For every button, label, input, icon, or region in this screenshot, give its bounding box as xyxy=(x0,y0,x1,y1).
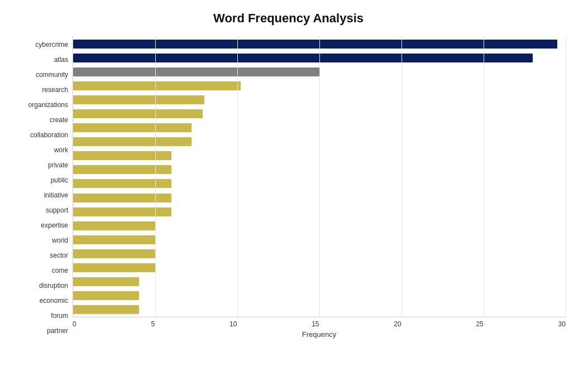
bar-support xyxy=(73,194,171,202)
bar-collaboration xyxy=(73,123,192,132)
y-label: create xyxy=(11,114,68,126)
chart-container: Word Frequency Analysis cybercrimeatlasc… xyxy=(0,0,588,391)
bar-community xyxy=(73,67,319,76)
y-label: community xyxy=(11,69,68,81)
grid-line xyxy=(237,37,238,317)
bar-cybercrime xyxy=(73,40,557,49)
x-axis-label: Frequency xyxy=(73,330,566,339)
y-label: disruption xyxy=(11,279,68,292)
bar-forum xyxy=(73,291,139,300)
y-label: collaboration xyxy=(11,129,68,141)
y-label: initiative xyxy=(11,189,68,201)
bars-area xyxy=(73,37,566,317)
x-axis: 051015202530 xyxy=(73,317,566,328)
y-label: come xyxy=(11,264,68,277)
x-tick: 20 xyxy=(394,320,401,328)
y-label: expertise xyxy=(11,219,68,231)
bar-work xyxy=(73,137,192,146)
x-tick: 25 xyxy=(476,320,483,328)
y-label: organizations xyxy=(11,99,68,111)
bar-organizations xyxy=(73,95,204,104)
y-label: cybercrime xyxy=(11,38,68,51)
x-tick: 15 xyxy=(312,320,319,328)
grid-line xyxy=(484,37,484,317)
bar-research xyxy=(73,81,241,90)
chart-title: Word Frequency Analysis xyxy=(11,11,566,26)
grid-line xyxy=(401,37,402,317)
x-tick: 0 xyxy=(73,320,77,328)
bar-initiative xyxy=(73,179,171,188)
y-axis: cybercrimeatlascommunityresearchorganiza… xyxy=(11,37,73,339)
y-label: sector xyxy=(11,249,68,262)
bar-atlas xyxy=(73,54,533,62)
y-label: research xyxy=(11,84,68,96)
bar-create xyxy=(73,109,203,118)
x-tick: 5 xyxy=(151,320,155,328)
y-label: support xyxy=(11,204,68,216)
y-label: partner xyxy=(11,325,68,337)
bar-public xyxy=(73,165,171,174)
grid-line xyxy=(319,37,320,317)
bar-partner xyxy=(73,305,139,314)
bar-sector xyxy=(73,235,155,244)
bar-world xyxy=(73,221,155,230)
grid-line xyxy=(566,37,566,317)
grid-line xyxy=(155,37,156,317)
y-label: world xyxy=(11,234,68,247)
bar-disruption xyxy=(73,263,155,272)
y-label: work xyxy=(11,144,68,156)
bar-private xyxy=(73,151,171,160)
bar-economic xyxy=(73,277,139,286)
bars-and-x: 051015202530 Frequency xyxy=(73,37,566,339)
bar-come xyxy=(73,249,155,258)
x-tick: 30 xyxy=(558,320,566,328)
bar-expertise xyxy=(73,207,171,216)
y-label: public xyxy=(11,174,68,186)
x-tick: 10 xyxy=(230,320,237,328)
y-label: atlas xyxy=(11,54,68,66)
y-label: forum xyxy=(11,310,68,322)
chart-area: cybercrimeatlascommunityresearchorganiza… xyxy=(11,37,566,339)
y-label: private xyxy=(11,159,68,171)
y-label: economic xyxy=(11,295,68,307)
